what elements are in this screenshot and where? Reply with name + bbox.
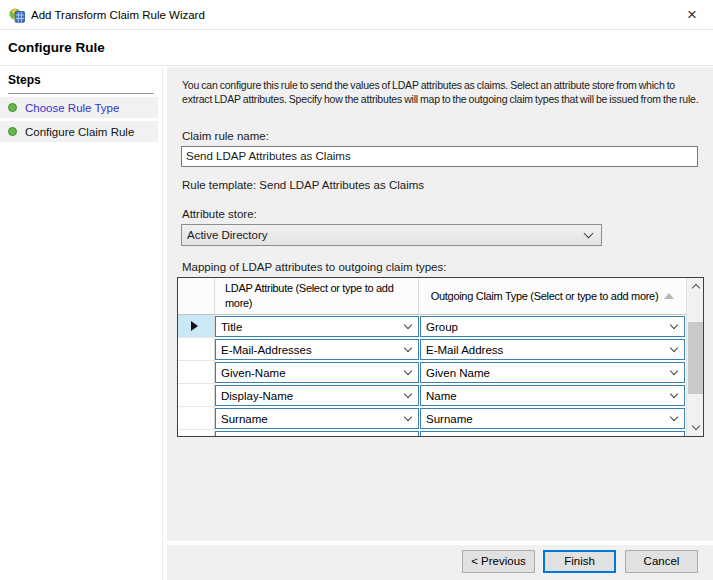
outgoing-claim-type-combobox[interactable]: E-Mail Address <box>420 339 685 360</box>
row-selector[interactable] <box>178 384 215 407</box>
table-row: Title Group <box>178 315 686 338</box>
table-row: Surname Surname <box>178 407 686 430</box>
ldap-mapping-table: LDAP Attribute (Select or type to add mo… <box>177 277 704 437</box>
table-row: E-Mail-Addresses E-Mail Address <box>178 338 686 361</box>
ldap-attribute-combobox[interactable]: Surname <box>215 408 419 429</box>
ldap-attribute-combobox[interactable]: Display-Name <box>215 385 419 406</box>
chevron-down-icon <box>404 366 412 374</box>
steps-heading: Steps <box>8 73 154 94</box>
scrollbar-thumb[interactable] <box>688 322 703 394</box>
chevron-down-icon <box>404 389 412 397</box>
table-header-row: LDAP Attribute (Select or type to add mo… <box>178 278 686 315</box>
chevron-down-icon <box>670 389 678 397</box>
chevron-down-icon <box>584 228 594 238</box>
sidebar-item-label: Configure Claim Rule <box>25 126 134 138</box>
ldap-attribute-combobox[interactable]: E-Mail-Addresses <box>215 339 419 360</box>
row-selector[interactable] <box>178 407 215 430</box>
window-title: Add Transform Claim Rule Wizard <box>31 0 205 30</box>
claim-rule-name-input[interactable]: Send LDAP Attributes as Claims <box>181 146 698 167</box>
claim-rule-name-label: Claim rule name: <box>182 130 269 142</box>
steps-sidebar: Steps Choose Rule Type Configure Claim R… <box>0 67 163 580</box>
chevron-down-icon <box>670 366 678 374</box>
row-selector[interactable] <box>178 361 215 384</box>
chevron-down-icon <box>670 435 678 437</box>
page-title: Configure Rule <box>8 31 105 64</box>
ldap-attribute-combobox[interactable]: Given-Name <box>215 362 419 383</box>
chevron-down-icon <box>670 320 678 328</box>
table-row-new <box>178 430 686 437</box>
sort-ascending-icon <box>664 293 674 299</box>
rule-description: You can configure this rule to send the … <box>182 78 704 106</box>
sidebar-item-configure-claim-rule[interactable]: Configure Claim Rule <box>0 121 158 142</box>
scroll-down-icon[interactable] <box>687 419 704 436</box>
column-header-ldap-attribute[interactable]: LDAP Attribute (Select or type to add mo… <box>215 278 419 314</box>
previous-button[interactable]: < Previous <box>462 550 535 573</box>
footer-button-bar: < Previous Finish Cancel <box>167 545 713 580</box>
header-gutter-cell <box>178 278 215 314</box>
chevron-down-icon <box>404 412 412 420</box>
chevron-down-icon <box>404 435 412 437</box>
row-selector[interactable] <box>178 315 215 338</box>
row-indicator-icon <box>191 321 198 331</box>
title-bar: Add Transform Claim Rule Wizard × <box>0 0 713 30</box>
rule-template-text: Rule template: Send LDAP Attributes as C… <box>182 179 424 191</box>
step-bullet-icon <box>8 103 17 112</box>
table-row: Display-Name Name <box>178 384 686 407</box>
chevron-down-icon <box>670 412 678 420</box>
row-selector[interactable] <box>178 338 215 361</box>
chevron-down-icon <box>404 343 412 351</box>
table-row: Given-Name Given Name <box>178 361 686 384</box>
outgoing-claim-type-combobox[interactable]: Surname <box>420 408 685 429</box>
chevron-down-icon <box>404 320 412 328</box>
table-scrollbar[interactable] <box>686 278 703 436</box>
row-selector[interactable] <box>178 430 215 437</box>
attribute-store-value: Active Directory <box>187 229 268 241</box>
wizard-icon <box>9 7 25 23</box>
outgoing-claim-type-combobox[interactable]: Name <box>420 385 685 406</box>
chevron-down-icon <box>670 343 678 351</box>
ldap-attribute-combobox[interactable] <box>215 431 419 437</box>
sidebar-item-choose-rule-type[interactable]: Choose Rule Type <box>0 97 158 118</box>
outgoing-claim-type-combobox[interactable]: Given Name <box>420 362 685 383</box>
step-bullet-icon <box>8 127 17 136</box>
column-header-outgoing-claim-type[interactable]: Outgoing Claim Type (Select or type to a… <box>419 278 686 314</box>
ldap-attribute-combobox[interactable]: Title <box>215 316 419 337</box>
scroll-up-icon[interactable] <box>687 278 704 295</box>
finish-button[interactable]: Finish <box>543 550 616 573</box>
page-heading-band: Configure Rule <box>0 31 713 66</box>
content-panel: You can configure this rule to send the … <box>167 67 713 541</box>
sidebar-item-label: Choose Rule Type <box>25 102 119 114</box>
outgoing-claim-type-combobox[interactable]: Group <box>420 316 685 337</box>
attribute-store-dropdown[interactable]: Active Directory <box>181 224 602 246</box>
mapping-table-label: Mapping of LDAP attributes to outgoing c… <box>182 261 446 273</box>
attribute-store-label: Attribute store: <box>182 208 257 220</box>
close-icon[interactable]: × <box>683 0 701 30</box>
outgoing-claim-type-combobox[interactable] <box>420 431 685 437</box>
cancel-button[interactable]: Cancel <box>625 550 698 573</box>
